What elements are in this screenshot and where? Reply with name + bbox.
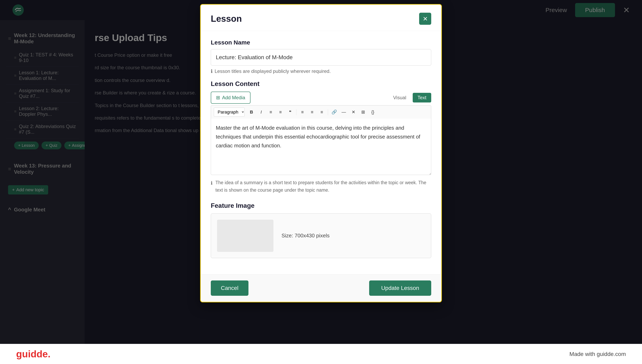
modal-overlay: Lesson ✕ Lesson Name ℹ Lesson titles are… bbox=[0, 0, 642, 364]
formatting-bar: Paragraph B I ≡ ≡ ❝ ≡ ≡ ≡ 🔗 — ✕ ⊞ {} bbox=[211, 105, 431, 118]
paragraph-select[interactable]: Paragraph bbox=[214, 108, 245, 116]
modal-body: Lesson Name ℹ Lesson titles are displaye… bbox=[201, 31, 441, 274]
divider bbox=[296, 109, 296, 115]
modal-title: Lesson bbox=[211, 14, 242, 24]
lesson-name-input[interactable] bbox=[211, 49, 431, 66]
hint-text: Lesson titles are displayed publicly whe… bbox=[215, 68, 331, 74]
blockquote-button[interactable]: ❝ bbox=[286, 108, 294, 116]
lesson-content-label: Lesson Content bbox=[211, 80, 431, 88]
modal-header: Lesson ✕ bbox=[201, 5, 441, 31]
align-right-button[interactable]: ≡ bbox=[317, 108, 326, 116]
divider2 bbox=[328, 109, 328, 115]
summary-hint-text: The idea of a summary is a short text to… bbox=[215, 179, 431, 194]
table-button[interactable]: ⊞ bbox=[359, 108, 368, 116]
add-media-button[interactable]: ⊞ Add Media bbox=[211, 92, 250, 104]
bold-button[interactable]: B bbox=[247, 108, 256, 116]
feature-image-section: Feature Image Size: 700x430 pixels bbox=[211, 202, 431, 258]
lesson-name-hint: ℹ Lesson titles are displayed publicly w… bbox=[211, 68, 431, 74]
align-center-button[interactable]: ≡ bbox=[308, 108, 316, 116]
visual-view-button[interactable]: Visual bbox=[388, 93, 411, 102]
remove-format-button[interactable]: ✕ bbox=[349, 108, 358, 116]
lesson-modal: Lesson ✕ Lesson Name ℹ Lesson titles are… bbox=[200, 4, 442, 302]
modal-footer: Cancel Update Lesson bbox=[201, 274, 441, 302]
link-button[interactable]: 🔗 bbox=[330, 108, 339, 116]
align-left-button[interactable]: ≡ bbox=[298, 108, 307, 116]
info-icon2: ℹ bbox=[211, 180, 213, 187]
logo-text: guidde. bbox=[16, 349, 51, 359]
content-editor[interactable] bbox=[211, 118, 431, 175]
summary-hint: ℹ The idea of a summary is a short text … bbox=[211, 179, 431, 194]
content-toolbar: ⊞ Add Media Visual Text bbox=[211, 92, 431, 104]
bottom-bar: guidde. Made with guidde.com bbox=[0, 344, 642, 364]
feature-image-label: Feature Image bbox=[211, 202, 431, 210]
made-with-text: Made with guidde.com bbox=[569, 351, 626, 357]
image-placeholder bbox=[217, 220, 273, 252]
media-icon: ⊞ bbox=[216, 95, 220, 100]
guidde-logo: guidde. bbox=[16, 348, 51, 360]
feature-image-box[interactable]: Size: 700x430 pixels bbox=[211, 214, 431, 258]
code-button[interactable]: {} bbox=[368, 108, 377, 116]
cancel-button[interactable]: Cancel bbox=[211, 280, 248, 296]
lesson-name-label: Lesson Name bbox=[211, 39, 431, 46]
image-size: Size: 700x430 pixels bbox=[281, 232, 330, 239]
ordered-list-button[interactable]: ≡ bbox=[276, 108, 285, 116]
update-lesson-button[interactable]: Update Lesson bbox=[369, 280, 431, 296]
text-view-button[interactable]: Text bbox=[413, 93, 431, 102]
modal-close-button[interactable]: ✕ bbox=[419, 13, 431, 25]
close-icon: ✕ bbox=[423, 15, 428, 22]
unordered-list-button[interactable]: ≡ bbox=[266, 108, 275, 116]
view-toggle: Visual Text bbox=[388, 93, 431, 102]
italic-button[interactable]: I bbox=[257, 108, 266, 116]
horizontal-rule-button[interactable]: — bbox=[339, 108, 348, 116]
add-media-label: Add Media bbox=[222, 95, 245, 100]
info-icon: ℹ bbox=[211, 68, 213, 74]
